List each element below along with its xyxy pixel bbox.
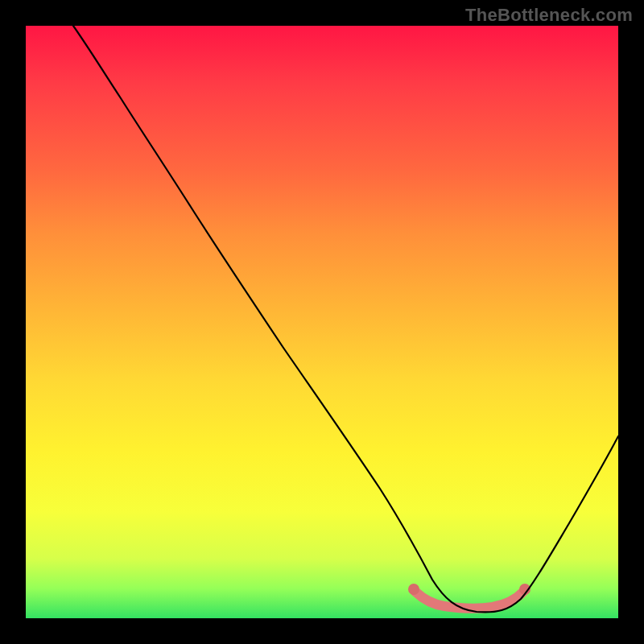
highlight-arc — [415, 592, 523, 609]
chart-frame: TheBottleneck.com — [0, 0, 644, 644]
plot-area — [26, 26, 618, 618]
watermark-text: TheBottleneck.com — [465, 5, 633, 26]
chart-svg — [26, 26, 618, 618]
highlight-dot-left — [408, 584, 419, 595]
bottleneck-curve — [73, 26, 618, 612]
